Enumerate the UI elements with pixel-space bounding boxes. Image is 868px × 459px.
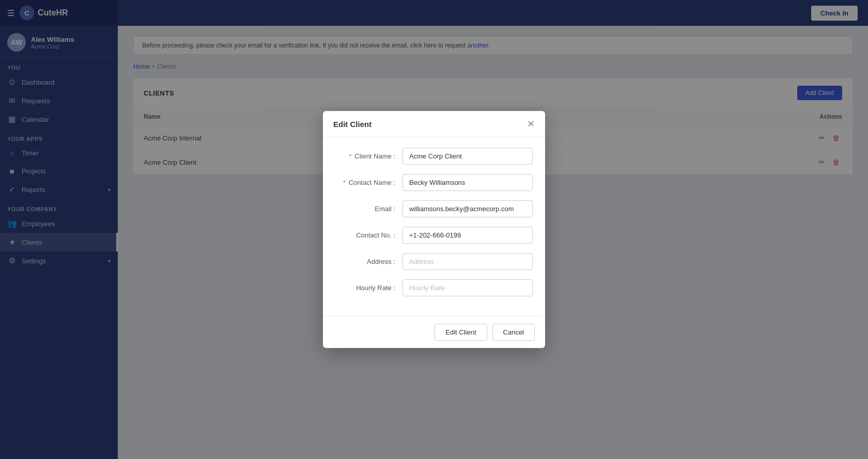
- edit-client-modal: Edit Client ✕ * Client Name : * Contact …: [323, 111, 545, 348]
- input-client-name[interactable]: [402, 148, 533, 165]
- input-hourly-rate[interactable]: [402, 279, 533, 296]
- input-contact-no[interactable]: [402, 227, 533, 244]
- submit-edit-client-button[interactable]: Edit Client: [435, 324, 487, 341]
- label-contact-no: Contact No. :: [335, 231, 402, 239]
- label-email: Email :: [335, 205, 402, 213]
- label-address: Address :: [335, 258, 402, 265]
- input-email[interactable]: [402, 200, 533, 217]
- cancel-button[interactable]: Cancel: [492, 324, 535, 341]
- form-group-contact-name: * Contact Name :: [335, 174, 533, 191]
- input-contact-name[interactable]: [402, 174, 533, 191]
- form-group-client-name: * Client Name :: [335, 148, 533, 165]
- label-hourly-rate: Hourly Rate :: [335, 284, 402, 292]
- form-group-email: Email :: [335, 200, 533, 217]
- modal-overlay: Edit Client ✕ * Client Name : * Contact …: [0, 0, 868, 459]
- modal-body: * Client Name : * Contact Name : Email :: [323, 137, 545, 316]
- form-group-address: Address :: [335, 253, 533, 270]
- modal-footer: Edit Client Cancel: [323, 316, 545, 348]
- label-contact-name: * Contact Name :: [335, 179, 402, 186]
- label-client-name: * Client Name :: [335, 152, 402, 160]
- input-address[interactable]: [402, 253, 533, 270]
- modal-header: Edit Client ✕: [323, 111, 545, 137]
- form-group-contact-no: Contact No. :: [335, 227, 533, 244]
- modal-close-button[interactable]: ✕: [527, 119, 535, 129]
- modal-title: Edit Client: [333, 120, 371, 129]
- form-group-hourly-rate: Hourly Rate :: [335, 279, 533, 296]
